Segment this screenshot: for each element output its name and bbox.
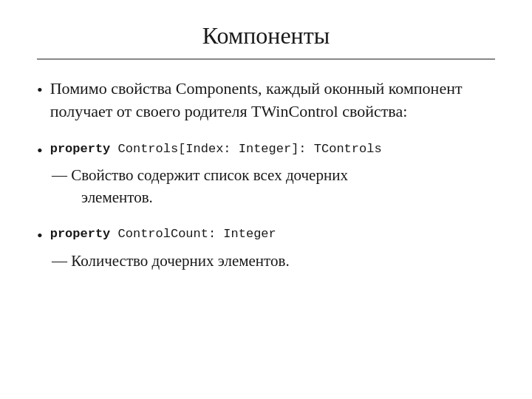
slide: Компоненты • Помимо свойства Components,… bbox=[0, 0, 532, 399]
code-keyword-1: property bbox=[50, 142, 111, 156]
sub-description-2: — Количество дочерних элементов. bbox=[37, 250, 495, 272]
bullet-dot-2: • bbox=[37, 140, 43, 163]
code-rest-1: Controls[Index: Integer]: TControls bbox=[110, 142, 381, 156]
sub-desc-2: — Количество дочерних элементов. bbox=[52, 252, 290, 270]
slide-content: • Помимо свойства Components, каждый око… bbox=[37, 78, 495, 377]
bullet-block-1: • Помимо свойства Components, каждый око… bbox=[37, 78, 495, 123]
bullet-row-1: • Помимо свойства Components, каждый око… bbox=[37, 78, 495, 123]
bullet-dot-1: • bbox=[37, 79, 43, 102]
sub-desc-line1-1: — Свойство содержит список всех дочерних bbox=[52, 166, 348, 184]
bullet-row-3: • property ControlCount: Integer bbox=[37, 223, 495, 248]
bullet-text-1: Помимо свойства Components, каждый оконн… bbox=[50, 78, 495, 123]
bullet-row-2: • property Controls[Index: Integer]: TCo… bbox=[37, 138, 495, 163]
slide-title: Компоненты bbox=[37, 22, 495, 60]
sub-desc-line1-2: элементов. bbox=[52, 188, 153, 206]
code-line-1: property Controls[Index: Integer]: TCont… bbox=[50, 140, 382, 159]
code-keyword-2: property bbox=[50, 227, 111, 241]
code-rest-2: ControlCount: Integer bbox=[110, 227, 276, 241]
bullet-block-3: • property ControlCount: Integer — Колич… bbox=[37, 223, 495, 272]
bullet-dot-3: • bbox=[37, 225, 43, 248]
code-line-2: property ControlCount: Integer bbox=[50, 225, 276, 244]
sub-description-1: — Свойство содержит список всех дочерних… bbox=[37, 165, 495, 208]
bullet-block-2: • property Controls[Index: Integer]: TCo… bbox=[37, 138, 495, 209]
